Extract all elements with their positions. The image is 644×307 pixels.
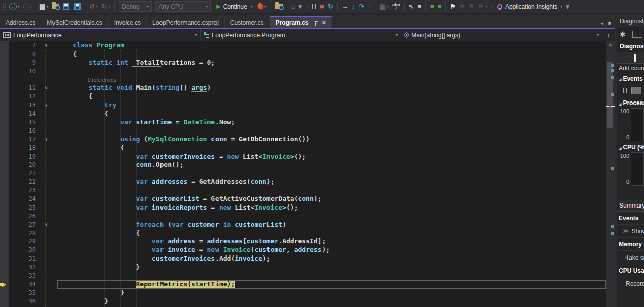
process-memory-section-header[interactable]: ◢Process Memory (MB) — [617, 98, 644, 108]
session-timeline[interactable] — [617, 52, 644, 64]
comment-lines-icon[interactable]: ≡ — [428, 2, 436, 11]
code-line[interactable]: { — [57, 144, 606, 152]
format-document-icon[interactable]: ≡ — [416, 2, 423, 11]
editor-vertical-scrollbar[interactable]: ▲ — [606, 41, 615, 307]
toggle-bookmark-icon[interactable]: ⚑ — [448, 2, 457, 11]
toolbar-grip[interactable] — [2, 2, 6, 11]
step-out-icon[interactable]: ↑ — [366, 2, 372, 11]
hot-reload-icon[interactable]: ▾ — [256, 2, 268, 11]
navigate-forward-icon[interactable]: → — [22, 2, 32, 11]
tab-summary[interactable]: Summary — [619, 200, 644, 211]
spell-check-icon[interactable]: abc✓ — [391, 2, 402, 11]
tab-mysqlcredentials-cs[interactable]: MySqlCredentials.cs — [41, 17, 108, 28]
tab-loopperformance-csproj[interactable]: LoopPerformance.csproj — [147, 17, 225, 28]
save-icon[interactable] — [61, 2, 71, 11]
scroll-up-arrow-icon[interactable]: ▲ — [606, 41, 615, 48]
member-dropdown[interactable]: Main(string[] args) ▾ — [401, 29, 602, 41]
show-events-link[interactable]: ≫ Show Events — [617, 225, 644, 238]
tab-options-gear-icon[interactable]: ✱ — [608, 21, 612, 26]
toolbar-group-overflow-icon[interactable]: ▾ — [297, 2, 304, 11]
tab-list-dropdown-icon[interactable]: ▾ — [601, 21, 604, 26]
fold-chevron-icon[interactable]: ∨ — [38, 101, 55, 110]
code-line[interactable]: var startTime = DateTime.Now; — [57, 118, 606, 127]
record-cpu-profile-link[interactable]: Record CPU Profile — [617, 277, 644, 290]
find-in-files-icon[interactable] — [274, 3, 284, 10]
show-next-statement-icon[interactable]: → — [340, 2, 350, 11]
code-line[interactable]: var invoiceReports = new List<Invoice>()… — [57, 203, 606, 212]
codelens-references[interactable]: 0 references — [57, 77, 116, 83]
code-line[interactable]: { — [57, 110, 606, 118]
add-counter-link[interactable]: Add counter — [617, 64, 644, 73]
tab-program-cs[interactable]: Program.cs× — [270, 16, 332, 28]
tab-customer-cs[interactable]: Customer.cs — [225, 17, 270, 28]
current-statement-line[interactable]: ReportMetrics(startTime); — [57, 280, 606, 289]
code-line[interactable]: 0 references — [57, 76, 606, 84]
type-dropdown[interactable]: LoopPerformance.Program ▾ — [201, 29, 402, 41]
code-line[interactable] — [57, 212, 606, 221]
tab-invoice-cs[interactable]: Invoice.cs — [109, 17, 147, 28]
restart-icon[interactable]: ↻ — [326, 2, 335, 11]
uncomment-lines-icon[interactable]: ≡ — [436, 2, 443, 11]
code-line[interactable] — [57, 127, 606, 135]
code-line[interactable] — [57, 186, 606, 195]
close-icon[interactable]: × — [322, 20, 326, 26]
select-pointer-icon[interactable]: ↖ — [407, 2, 416, 11]
code-line[interactable] — [57, 67, 606, 76]
code-line[interactable]: } — [57, 289, 606, 297]
fold-chevron-icon[interactable]: ∨ — [38, 135, 55, 144]
fold-chevron-icon[interactable]: ∨ — [38, 221, 55, 229]
clear-bookmarks-icon[interactable]: ⚑▾ — [476, 2, 489, 11]
breakpoint-windows-icon[interactable]: ▣▾ — [378, 2, 390, 11]
code-line[interactable]: static int _TotalIterations = 0; — [57, 59, 606, 67]
code-line[interactable]: } — [57, 263, 606, 272]
code-line[interactable]: } — [57, 297, 606, 306]
code-line[interactable]: foreach (var customer in customerList) — [57, 221, 606, 229]
fold-chevron-icon[interactable]: ∨ — [38, 41, 55, 50]
breakpoint-margin[interactable] — [0, 41, 9, 307]
code-line[interactable]: using (MySqlConnection conn = GetDbConne… — [57, 135, 606, 144]
code-line[interactable]: var addresses = GetAddresses(conn); — [57, 178, 606, 186]
code-line[interactable]: var address = addresses[customer.Address… — [57, 237, 606, 246]
code-line[interactable]: { — [57, 92, 606, 101]
code-area[interactable]: class Program { static int _TotalIterati… — [57, 41, 606, 307]
open-file-icon[interactable] — [50, 3, 61, 10]
code-editor[interactable]: 7∨891011∨1213∨14151617∨18192021222324252… — [0, 41, 615, 307]
select-tool-icon[interactable] — [632, 31, 642, 38]
code-line[interactable]: try — [57, 101, 606, 110]
home-window-icon[interactable]: ⌂ — [290, 2, 297, 11]
code-line[interactable]: { — [57, 229, 606, 238]
toolbar-overflow-icon[interactable]: ▾ — [564, 2, 571, 11]
events-section-header[interactable]: ◢Events — [617, 74, 644, 84]
continue-button[interactable]: ▶Continue▾ — [213, 2, 256, 11]
code-line[interactable]: conn.Open(); — [57, 161, 606, 169]
split-window-icon[interactable]: ↕ — [602, 29, 615, 41]
next-bookmark-icon[interactable]: ⚑ — [467, 2, 476, 11]
stop-icon[interactable]: ■ — [318, 2, 326, 11]
code-line[interactable]: { — [57, 50, 606, 59]
code-line[interactable]: static void Main(string[] args) — [57, 84, 606, 92]
save-all-icon[interactable] — [71, 2, 82, 11]
step-into-icon[interactable]: ↓ — [350, 2, 357, 11]
code-line[interactable] — [57, 169, 606, 178]
code-line[interactable]: var customerInvoices = new List<Invoice>… — [57, 152, 606, 161]
take-snapshot-link[interactable]: Take snapshot — [617, 251, 644, 264]
project-dropdown[interactable]: C# LoopPerformance ▾ — [0, 29, 201, 41]
new-project-icon[interactable]: ▤▾ — [38, 2, 50, 11]
previous-bookmark-icon[interactable]: ⚑ — [458, 2, 467, 11]
code-line[interactable]: customerInvoices.Add(invoice); — [57, 254, 606, 263]
settings-gear-icon[interactable]: ✱ — [620, 30, 626, 38]
redo-icon[interactable]: ↻▾ — [100, 2, 112, 11]
code-line[interactable]: var invoice = new Invoice(customer, addr… — [57, 246, 606, 254]
code-line[interactable]: var customerList = GetActiveCustomerData… — [57, 195, 606, 203]
fold-chevron-icon[interactable]: ∨ — [38, 84, 55, 92]
tab-address-cs[interactable]: Address.cs — [0, 17, 41, 28]
code-line[interactable] — [57, 272, 606, 280]
pause-icon[interactable] — [310, 3, 318, 10]
solution-configuration-dropdown[interactable]: Debug▾ — [119, 1, 152, 12]
step-over-icon[interactable]: ↷ — [357, 2, 365, 11]
solution-platform-dropdown[interactable]: Any CPU▾ — [155, 1, 211, 12]
application-insights-button[interactable]: Application Insights▾ — [496, 2, 564, 11]
navigate-backward-icon[interactable]: ←▾ — [8, 2, 21, 11]
pin-icon[interactable] — [313, 20, 318, 26]
code-line[interactable]: class Program — [57, 41, 606, 50]
